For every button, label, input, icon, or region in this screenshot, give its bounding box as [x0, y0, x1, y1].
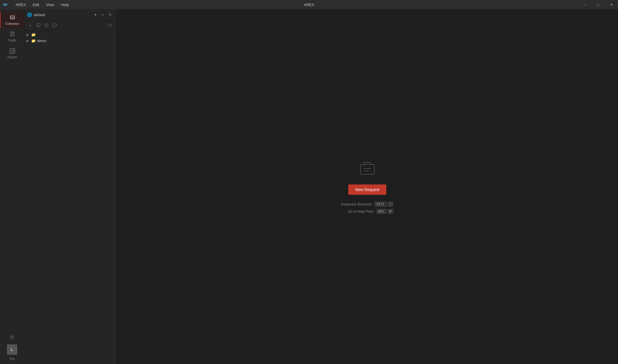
main-layout: Collection Traffic Report — [0, 9, 618, 364]
kbd-alt: Alt — [377, 209, 386, 214]
workspace-add-button[interactable]: + — [100, 12, 106, 18]
chevron-right-icon: ▶ — [27, 33, 30, 36]
tree-item-demo[interactable]: ▶ 📁 demo — [24, 38, 116, 44]
shortcut-help-label: Go to Help Pane — [348, 210, 374, 214]
shortcut-row-keyboard: Keyboard Shortcuts Ctrl / — [341, 202, 394, 207]
window-controls: – □ ✕ — [578, 0, 618, 9]
menu-help[interactable]: Help — [58, 1, 72, 8]
add-collection-button[interactable]: + — [27, 22, 33, 29]
sidebar-collection-label: Collection — [5, 22, 19, 25]
svg-line-10 — [111, 26, 112, 27]
reload-button[interactable] — [51, 22, 58, 29]
tree-item-label: demo — [37, 39, 46, 43]
shortcut-help-keys: Alt H — [377, 209, 394, 214]
shortcuts-list: Keyboard Shortcuts Ctrl / Go to Help Pan… — [341, 202, 394, 214]
svg-rect-7 — [37, 24, 40, 26]
collection-toolbar: + — [24, 20, 116, 31]
avatar[interactable]: L — [7, 344, 17, 355]
panel-header: 🌐 default ▾ + ✎ — [24, 9, 116, 20]
svg-point-6 — [11, 336, 13, 338]
workspace-name: default — [34, 13, 90, 17]
sidebar-report-label: Report — [8, 55, 17, 59]
panel-header-actions: ▾ + ✎ — [92, 12, 113, 18]
menu-arex[interactable]: AREX — [13, 1, 29, 8]
title-bar-left: AREX Edit View Help — [2, 1, 72, 8]
chevron-right-icon: ▶ — [27, 39, 30, 42]
kbd-h: H — [387, 209, 394, 214]
menu-edit[interactable]: Edit — [30, 1, 42, 8]
sidebar-item-report[interactable]: Report — [0, 45, 24, 62]
sidebar-traffic-label: Traffic — [8, 39, 17, 42]
svg-point-1 — [5, 4, 7, 5]
folder-icon: 📁 — [31, 39, 36, 43]
new-request-button[interactable]: New Request — [348, 184, 386, 195]
window-title: AREX — [304, 3, 314, 7]
empty-state: New Request Keyboard Shortcuts Ctrl / Go… — [341, 159, 394, 214]
sidebar-item-collection[interactable]: Collection — [0, 12, 24, 28]
shortcut-row-help: Go to Help Pane Alt H — [348, 209, 393, 214]
svg-rect-11 — [360, 165, 374, 174]
app-logo — [2, 2, 8, 7]
close-button[interactable]: ✕ — [605, 0, 618, 9]
collection-panel: 🌐 default ▾ + ✎ + — [24, 9, 117, 364]
shortcut-keyboard-label: Keyboard Shortcuts — [341, 202, 372, 206]
main-content: New Request Keyboard Shortcuts Ctrl / Go… — [117, 9, 618, 364]
workspace-dropdown-button[interactable]: ▾ — [92, 12, 98, 18]
empty-state-icon — [358, 159, 377, 179]
maximize-button[interactable]: □ — [591, 0, 605, 9]
trip-label: Trip — [9, 357, 15, 361]
menu-bar: AREX Edit View Help — [13, 1, 72, 8]
svg-point-9 — [109, 24, 111, 27]
collection-tree: ▶ 📁 ▶ 📁 demo — [24, 31, 116, 364]
minimize-button[interactable]: – — [578, 0, 591, 9]
sidebar-bottom: L Trip — [7, 332, 17, 364]
kbd-slash: / — [387, 202, 394, 207]
sidebar: Collection Traffic Report — [0, 9, 24, 364]
kbd-ctrl: Ctrl — [374, 202, 386, 207]
workspace-edit-button[interactable]: ✎ — [107, 12, 113, 18]
folder-icon: 📁 — [31, 33, 36, 37]
history-button[interactable] — [43, 22, 50, 29]
sidebar-item-traffic[interactable]: Traffic — [0, 28, 24, 45]
menu-view[interactable]: View — [43, 1, 57, 8]
svg-point-0 — [3, 4, 5, 5]
title-bar: AREX Edit View Help AREX – □ ✕ — [0, 0, 618, 9]
tree-item-unnamed[interactable]: ▶ 📁 — [24, 32, 116, 38]
search-button[interactable] — [107, 22, 113, 29]
shortcut-keyboard-keys: Ctrl / — [374, 202, 393, 207]
workspace-icon: 🌐 — [27, 12, 32, 17]
settings-button[interactable] — [7, 332, 17, 342]
import-button[interactable] — [35, 22, 42, 29]
